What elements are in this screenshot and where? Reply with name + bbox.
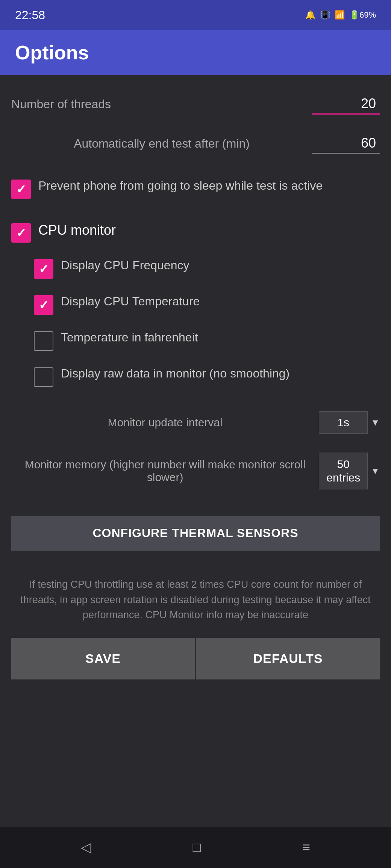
raw-data-checkbox[interactable] [34,367,53,387]
cpu-monitor-label: CPU monitor [38,222,380,239]
monitor-memory-row: Monitor memory (higher number will make … [11,449,380,493]
status-icons: 🔔 📳 📶 🔋69% [305,10,376,20]
app-bar: Options [0,30,391,75]
defaults-button[interactable]: DEFAULTS [196,638,380,679]
configure-thermal-button[interactable]: CONFIGURE THERMAL SENSORS [11,516,380,551]
temp-fahrenheit-label: Temperature in fahrenheit [61,330,380,346]
info-text: If testing CPU throttling use at least 2… [11,569,380,638]
monitor-memory-arrow[interactable]: ▼ [371,466,380,476]
display-freq-row: Display CPU Frequency [11,256,380,281]
nav-bar: ◁ □ ≡ [0,827,391,868]
monitor-memory-control: 50entries ▼ [319,453,380,489]
save-button[interactable]: SAVE [11,638,195,679]
raw-data-row: Display raw data in monitor (no smoothin… [11,364,380,389]
monitor-interval-label: Monitor update interval [11,416,319,429]
vibrate-icon: 📳 [320,10,330,20]
home-button[interactable]: □ [185,836,209,859]
notification-icon: 🔔 [305,10,315,20]
display-temp-label: Display CPU Temperature [61,294,380,309]
display-temp-row: Display CPU Temperature [11,292,380,317]
raw-data-label: Display raw data in monitor (no smoothin… [61,366,380,382]
monitor-memory-value[interactable]: 50entries [319,453,368,489]
auto-end-input[interactable]: 60 [312,133,380,154]
display-temp-checkbox[interactable] [34,295,53,315]
battery-icon: 🔋69% [349,10,376,20]
status-time: 22:58 [15,8,45,22]
monitor-memory-label: Monitor memory (higher number will make … [11,458,319,484]
monitor-interval-control: 1s ▼ [319,411,380,434]
prevent-sleep-label: Prevent phone from going to sleep while … [38,178,380,194]
monitor-interval-row: Monitor update interval 1s ▼ [11,408,380,438]
cpu-monitor-checkbox[interactable] [11,223,31,243]
page-title: Options [15,42,89,63]
status-bar: 22:58 🔔 📳 📶 🔋69% [0,0,391,30]
threads-row: Number of threads 20 [11,90,380,118]
back-button[interactable]: ◁ [73,836,99,859]
cpu-monitor-row: CPU monitor [11,220,380,245]
temp-fahrenheit-checkbox[interactable] [34,331,53,351]
bottom-buttons: SAVE DEFAULTS [11,638,380,694]
temp-fahrenheit-row: Temperature in fahrenheit [11,328,380,353]
prevent-sleep-checkbox[interactable] [11,180,31,199]
monitor-interval-value[interactable]: 1s [319,411,368,434]
menu-button[interactable]: ≡ [295,836,318,859]
display-freq-checkbox[interactable] [34,259,53,279]
main-content: Number of threads 20 Automatically end t… [0,75,391,827]
monitor-interval-arrow[interactable]: ▼ [371,417,380,428]
threads-label: Number of threads [11,97,312,111]
display-freq-label: Display CPU Frequency [61,258,380,273]
auto-end-row: Automatically end test after (min) 60 [11,130,380,157]
prevent-sleep-row: Prevent phone from going to sleep while … [11,176,380,201]
threads-input[interactable]: 20 [312,94,380,115]
wifi-icon: 📶 [335,10,345,20]
auto-end-label: Automatically end test after (min) [11,137,312,151]
